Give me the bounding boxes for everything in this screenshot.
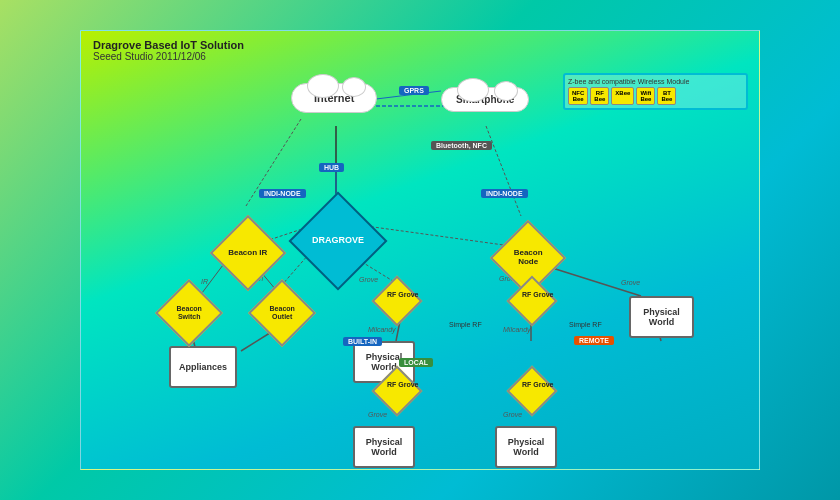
svg-line-5	[366, 226, 511, 246]
grove-label-5: Grove	[503, 411, 522, 418]
module-bt-bee: BTBee	[657, 87, 676, 105]
appliances-node: Appliances	[169, 346, 237, 388]
remote-label: REMOTE	[574, 336, 614, 345]
indi-node-2: INDI-NODE	[481, 189, 528, 198]
module-rf-bee: RFBee	[590, 87, 609, 105]
module-wifi-bee: WifiBee	[636, 87, 655, 105]
grove-label-1: Grove	[359, 276, 378, 283]
title-line2: Seeed Studio 2011/12/06	[93, 51, 244, 62]
rf-grove-4: RF Grove	[507, 366, 558, 417]
beacon-outlet-node: Beacon Outlet	[248, 279, 316, 347]
indi-node-1: INDI-NODE	[259, 189, 306, 198]
grove-label-3: Grove	[621, 279, 640, 286]
milcandy-label-2: Milcandy	[503, 326, 531, 333]
title-line1: Dragrove Based IoT Solution	[93, 39, 244, 51]
bluetooth-label: Bluetooth, NFC	[431, 141, 492, 150]
simple-rf-2: Simple RF	[569, 321, 602, 328]
module-title: Z-bee and compatible Wireless Module	[568, 78, 743, 85]
beacon-switch-node: Beacon Switch	[155, 279, 223, 347]
physical-world-3: Physical World	[495, 426, 557, 468]
physical-world-2: Physical World	[353, 426, 415, 468]
module-xbee: XBee	[611, 87, 634, 105]
grove-label-4: Grove	[368, 411, 387, 418]
svg-line-21	[486, 126, 521, 216]
ir-label: IR	[201, 278, 208, 285]
physical-world-4: Physical World	[629, 296, 694, 338]
module-nfc-bee: NFCBee	[568, 87, 588, 105]
title-area: Dragrove Based IoT Solution Seeed Studio…	[93, 39, 244, 62]
local-label: LOCAL	[399, 358, 433, 367]
gprs-label: GPRS	[399, 86, 429, 95]
diagram-container: Dragrove Based IoT Solution Seeed Studio…	[80, 30, 760, 470]
smartphone-node: Smartphone	[441, 87, 529, 112]
milcandy-label-1: Milcandy	[368, 326, 396, 333]
hub-label: HUB	[319, 163, 344, 172]
module-items: NFCBee RFBee XBee WifiBee BTBee	[568, 87, 743, 105]
internet-node: Internet	[291, 83, 377, 113]
built-in-label: BUILT-IN	[343, 337, 382, 346]
beacon-ir-node: Beacon IR	[210, 215, 286, 291]
rf-grove-1: RF Grove	[372, 276, 423, 327]
simple-rf-1: Simple RF	[449, 321, 482, 328]
wireless-module-box: Z-bee and compatible Wireless Module NFC…	[563, 73, 748, 110]
